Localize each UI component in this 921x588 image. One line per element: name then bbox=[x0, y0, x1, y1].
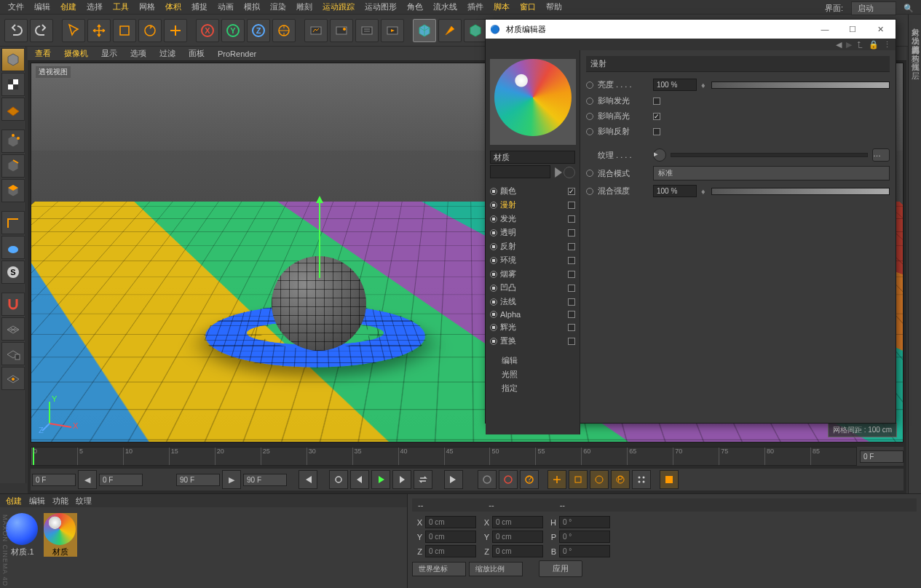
rot-p-field[interactable]: 0 ° bbox=[559, 531, 610, 543]
menu-tools[interactable]: 工具 bbox=[108, 0, 134, 14]
menu-mesh[interactable]: 网格 bbox=[134, 0, 160, 14]
affectlumin-check[interactable] bbox=[653, 98, 660, 105]
minimize-button[interactable]: — bbox=[814, 25, 836, 33]
channel-checkbox[interactable] bbox=[568, 338, 575, 345]
eyedropper-icon[interactable] bbox=[564, 167, 575, 178]
affectlumin-anim[interactable] bbox=[586, 98, 593, 105]
texture-field[interactable] bbox=[671, 153, 868, 157]
blendstr-anim[interactable] bbox=[586, 188, 593, 195]
subdivision[interactable] bbox=[464, 19, 487, 42]
rot-h-field[interactable]: 0 ° bbox=[559, 516, 610, 528]
channel-radio[interactable] bbox=[490, 257, 497, 264]
affectrefl-check[interactable] bbox=[653, 128, 660, 135]
workplane-snap[interactable] bbox=[1, 317, 25, 341]
blendstr-slider[interactable] bbox=[711, 188, 890, 195]
size-x-field[interactable]: 0 cm bbox=[492, 516, 543, 528]
play-button[interactable] bbox=[371, 470, 390, 489]
channel-radio[interactable] bbox=[490, 215, 497, 223]
menu-help[interactable]: 帮助 bbox=[541, 0, 567, 14]
menu-volume[interactable]: 体积 bbox=[160, 0, 186, 14]
goto-end[interactable] bbox=[444, 470, 463, 489]
channel-normal[interactable]: 法线 bbox=[490, 295, 575, 309]
viewmenu-prorender[interactable]: ProRender bbox=[215, 48, 259, 60]
render-queue[interactable] bbox=[381, 19, 404, 42]
menu-create[interactable]: 创建 bbox=[55, 0, 82, 14]
redo-button[interactable] bbox=[30, 19, 53, 42]
planar-workplane[interactable] bbox=[1, 367, 25, 390]
brightness-slider[interactable] bbox=[711, 82, 890, 89]
pos-z-field[interactable]: 0 cm bbox=[425, 545, 476, 557]
channel-checkbox[interactable] bbox=[568, 298, 575, 306]
key-rot[interactable] bbox=[590, 470, 609, 489]
mattab-func[interactable]: 功能 bbox=[52, 496, 68, 506]
affectspec-check[interactable] bbox=[653, 113, 660, 120]
workplane-mode[interactable] bbox=[1, 98, 25, 121]
select-tool[interactable] bbox=[62, 19, 85, 42]
nav-up-icon[interactable]: ⮤ bbox=[856, 40, 864, 49]
snap-toggle[interactable]: S bbox=[1, 261, 25, 284]
magnet-snap[interactable] bbox=[1, 293, 25, 316]
layout-dropdown[interactable]: 启动 bbox=[851, 1, 896, 15]
coord-scale-dropdown[interactable]: 缩放比例 bbox=[469, 562, 523, 576]
rot-b-field[interactable]: 0 ° bbox=[559, 545, 610, 557]
size-y-field[interactable]: 0 cm bbox=[492, 531, 543, 543]
pen-tool[interactable] bbox=[438, 19, 462, 42]
channel-checkbox[interactable] bbox=[568, 285, 575, 292]
time-ruler[interactable]: 051015202530354045505560657075808590 bbox=[31, 447, 857, 466]
mattab-create[interactable]: 创建 bbox=[6, 496, 22, 506]
tweak-mode[interactable] bbox=[1, 236, 25, 259]
menu-pipeline[interactable]: 流水线 bbox=[428, 0, 462, 14]
menu-window[interactable]: 窗口 bbox=[515, 0, 541, 14]
coord-system[interactable] bbox=[272, 19, 296, 42]
range-end[interactable]: 90 F bbox=[176, 474, 220, 486]
model-mode[interactable] bbox=[1, 48, 25, 71]
edge-mode[interactable] bbox=[1, 154, 25, 178]
channel-diffuse[interactable]: 漫射 bbox=[490, 198, 575, 212]
key-pla[interactable] bbox=[632, 470, 651, 489]
extra-illum[interactable]: 光照 bbox=[502, 368, 575, 381]
menu-render[interactable]: 渲染 bbox=[265, 0, 291, 14]
viewmenu-display[interactable]: 显示 bbox=[98, 47, 120, 60]
channel-checkbox[interactable] bbox=[568, 311, 575, 318]
dialog-titlebar[interactable]: 🔵 材质编辑器 — ☐ ✕ bbox=[486, 20, 896, 39]
poly-mode[interactable] bbox=[1, 179, 25, 202]
range-handle2[interactable]: ▶ bbox=[222, 470, 241, 489]
extra-edit[interactable]: 编辑 bbox=[502, 354, 575, 368]
viewmenu-view[interactable]: 查看 bbox=[32, 47, 54, 60]
lastused-tool[interactable] bbox=[164, 19, 187, 42]
nav-fwd-icon[interactable]: ▶ bbox=[846, 40, 852, 49]
channel-radio[interactable] bbox=[490, 285, 497, 292]
size-z-field[interactable]: 0 cm bbox=[492, 545, 543, 557]
material-thumb-1[interactable]: 材质.1 bbox=[6, 513, 39, 557]
render-settings[interactable] bbox=[355, 19, 379, 42]
axis-toggle[interactable] bbox=[1, 211, 25, 234]
search-icon[interactable]: 🔍 bbox=[899, 2, 918, 15]
channel-checkbox[interactable] bbox=[568, 215, 575, 223]
channel-fog[interactable]: 烟雾 bbox=[490, 267, 575, 281]
expand-icon[interactable] bbox=[552, 167, 562, 178]
maximize-button[interactable]: ☐ bbox=[842, 25, 863, 34]
menu-tracker[interactable]: 运动跟踪 bbox=[317, 0, 360, 14]
menu-edit[interactable]: 编辑 bbox=[29, 0, 55, 14]
menu-sculpt[interactable]: 雕刻 bbox=[291, 0, 317, 14]
pos-y-field[interactable]: 0 cm bbox=[425, 531, 476, 543]
menu-animate[interactable]: 动画 bbox=[213, 0, 239, 14]
channel-radio[interactable] bbox=[490, 298, 497, 306]
channel-bump[interactable]: 凹凸 bbox=[490, 281, 575, 295]
coord-apply-button[interactable]: 应用 bbox=[539, 560, 582, 577]
point-mode[interactable] bbox=[1, 130, 25, 153]
texture-browse-button[interactable]: … bbox=[872, 148, 890, 162]
channel-checkbox[interactable] bbox=[568, 324, 575, 331]
y-axis-gizmo[interactable] bbox=[319, 198, 320, 278]
menu-mograph[interactable]: 运动图形 bbox=[360, 0, 402, 14]
step-fwd[interactable] bbox=[392, 470, 411, 489]
viewmenu-camera[interactable]: 摄像机 bbox=[61, 47, 91, 60]
channel-checkbox[interactable] bbox=[568, 229, 575, 237]
scale-tool[interactable] bbox=[113, 19, 136, 42]
viewmenu-options[interactable]: 选项 bbox=[127, 47, 149, 60]
goto-start[interactable] bbox=[299, 470, 317, 489]
texture-mode[interactable] bbox=[1, 73, 25, 96]
channel-radio[interactable] bbox=[490, 311, 497, 318]
blendmode-dropdown[interactable]: 标准 bbox=[653, 166, 890, 180]
rotate-tool[interactable] bbox=[138, 19, 162, 42]
